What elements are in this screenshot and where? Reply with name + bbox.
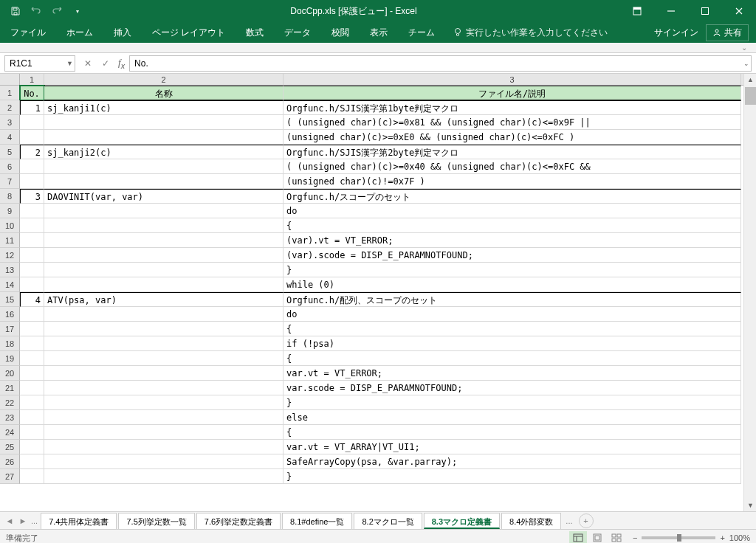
tab-team[interactable]: チーム [398, 22, 445, 43]
cell[interactable]: } [284, 263, 741, 277]
sheet-nav-prev[interactable]: ◄ [4, 516, 15, 525]
cell[interactable] [44, 218, 284, 233]
sheet-tab[interactable]: 7.5列挙定数一覧 [118, 513, 194, 529]
cell[interactable] [44, 395, 284, 410]
col-header-1[interactable]: 1 [20, 74, 44, 85]
new-sheet-button[interactable]: + [579, 513, 594, 528]
cell[interactable] [20, 322, 44, 336]
cell[interactable]: while (0) [284, 277, 741, 292]
redo-button[interactable] [47, 2, 66, 20]
cell[interactable] [44, 351, 284, 366]
cancel-formula-button[interactable]: ✕ [80, 55, 96, 72]
cell[interactable] [20, 159, 44, 174]
scroll-down-button[interactable]: ▼ [745, 499, 756, 511]
row-header[interactable]: 15 [0, 292, 20, 307]
row-header[interactable]: 23 [0, 410, 20, 425]
cell[interactable] [20, 115, 44, 130]
signin-link[interactable]: サインイン [654, 27, 698, 39]
cell[interactable]: else [284, 410, 741, 425]
minimize-button[interactable] [654, 0, 688, 22]
cell[interactable]: ファイル名/説明 [284, 86, 741, 100]
cell[interactable] [44, 307, 284, 322]
sheet-overflow[interactable]: ... [31, 516, 38, 525]
dropdown-icon[interactable]: ▼ [66, 60, 73, 67]
cell[interactable] [20, 263, 44, 277]
cell[interactable] [44, 115, 284, 130]
row-header[interactable]: 7 [0, 174, 20, 189]
cell[interactable] [44, 425, 284, 440]
cell[interactable]: if (!psa) [284, 336, 741, 351]
row-header[interactable]: 21 [0, 381, 20, 395]
cell[interactable] [44, 469, 284, 484]
row-header[interactable]: 26 [0, 454, 20, 469]
cell[interactable]: 2 [20, 145, 44, 159]
cell[interactable]: { [284, 218, 741, 233]
cell[interactable] [44, 130, 284, 145]
cell[interactable]: ( (unsigned char)(c)>=0x81 && (unsigned … [284, 115, 741, 130]
select-all-corner[interactable] [0, 74, 20, 85]
cell[interactable] [44, 263, 284, 277]
zoom-level[interactable]: 100% [729, 533, 750, 542]
cell[interactable] [44, 440, 284, 454]
cell[interactable] [20, 233, 44, 248]
col-header-3[interactable]: 3 [284, 74, 741, 85]
tab-data[interactable]: データ [274, 22, 321, 43]
save-button[interactable] [6, 2, 25, 20]
row-header[interactable]: 20 [0, 366, 20, 381]
cell[interactable]: No. [20, 86, 44, 100]
cell[interactable]: 1 [20, 100, 44, 115]
cell[interactable] [20, 469, 44, 484]
sheet-nav-next[interactable]: ► [18, 516, 28, 525]
cell[interactable] [44, 248, 284, 263]
row-header[interactable]: 12 [0, 248, 20, 263]
sheet-tab[interactable]: 8.1#define一覧 [282, 513, 352, 529]
cell[interactable]: } [284, 395, 741, 410]
cell[interactable]: var.vt = VT_ERROR; [284, 366, 741, 381]
cell[interactable] [44, 336, 284, 351]
vertical-scrollbar[interactable]: ▲ ▼ [743, 74, 756, 511]
normal-view-button[interactable] [569, 531, 587, 543]
row-header[interactable]: 18 [0, 336, 20, 351]
cell[interactable]: { [284, 322, 741, 336]
cell[interactable] [44, 277, 284, 292]
row-header[interactable]: 10 [0, 218, 20, 233]
tab-page-layout[interactable]: ページ レイアウト [142, 22, 236, 43]
col-header-2[interactable]: 2 [44, 74, 284, 85]
maximize-button[interactable] [688, 0, 722, 22]
cell[interactable] [44, 159, 284, 174]
tab-file[interactable]: ファイル [0, 22, 56, 43]
cell[interactable] [44, 454, 284, 469]
tab-insert[interactable]: 挿入 [103, 22, 142, 43]
row-header[interactable]: 22 [0, 395, 20, 410]
share-button[interactable]: 共有 [706, 24, 749, 41]
row-header[interactable]: 11 [0, 233, 20, 248]
sheet-tab[interactable]: 8.3マクロ定義書 [424, 513, 500, 529]
sheet-tab[interactable]: 8.2マクロ一覧 [354, 513, 422, 529]
cell[interactable] [44, 381, 284, 395]
row-header[interactable]: 5 [0, 145, 20, 159]
cell[interactable] [20, 454, 44, 469]
row-header[interactable]: 17 [0, 322, 20, 336]
cell[interactable]: var.vt = VT_ARRAY|VT_UI1; [284, 440, 741, 454]
cell[interactable]: } [284, 469, 741, 484]
row-header[interactable]: 25 [0, 440, 20, 454]
sheet-tab[interactable]: 7.4共用体定義書 [41, 513, 117, 529]
cell[interactable] [20, 277, 44, 292]
row-header[interactable]: 2 [0, 100, 20, 115]
cell[interactable] [44, 233, 284, 248]
cell[interactable] [44, 366, 284, 381]
row-header[interactable]: 1 [0, 86, 20, 100]
cell[interactable] [20, 351, 44, 366]
tell-me-search[interactable]: 実行したい作業を入力してください [453, 27, 608, 39]
cell[interactable]: do [284, 204, 741, 218]
row-header[interactable]: 3 [0, 115, 20, 130]
cell[interactable] [20, 248, 44, 263]
cell[interactable]: sj_kanji1(c) [44, 100, 284, 115]
cell[interactable]: ATV(psa, var) [44, 292, 284, 307]
cell[interactable]: do [284, 307, 741, 322]
expand-formula-icon[interactable]: ⌄ [743, 60, 749, 67]
zoom-slider[interactable] [642, 536, 715, 539]
row-header[interactable]: 8 [0, 189, 20, 204]
sheet-tab[interactable]: 7.6列挙定数定義書 [196, 513, 281, 529]
collapse-caret-icon[interactable]: ⌄ [741, 44, 747, 52]
